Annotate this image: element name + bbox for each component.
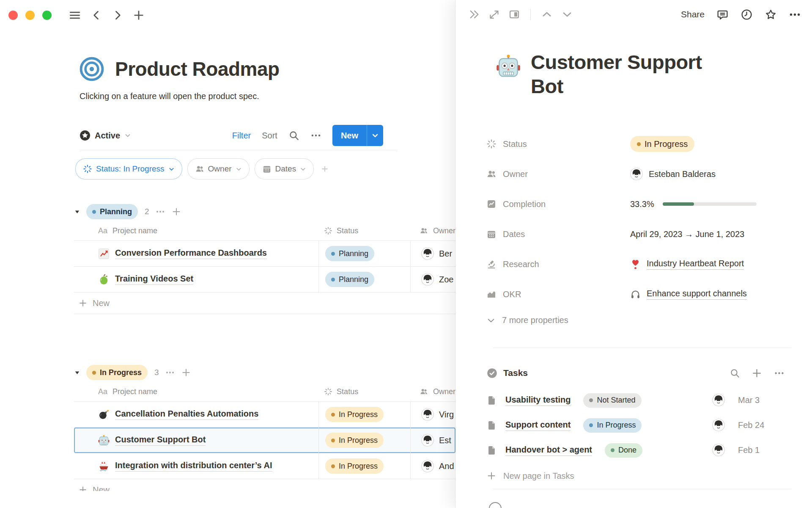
property-dates-label[interactable]: Dates: [486, 229, 630, 239]
sort-button[interactable]: Sort: [262, 131, 277, 141]
share-button[interactable]: Share: [681, 9, 705, 19]
new-tab-icon[interactable]: [133, 9, 145, 21]
more-options-icon[interactable]: [789, 8, 801, 21]
task-page-link[interactable]: Handover bot > agent: [505, 445, 592, 456]
task-status-pill[interactable]: In Progress: [583, 418, 642, 433]
app-window: Product Roadmap Clicking on a feature wi…: [0, 0, 812, 508]
filter-chip-dates[interactable]: Dates: [255, 158, 314, 179]
history-clock-icon[interactable]: [741, 8, 753, 21]
view-switcher-label: Active: [95, 131, 120, 141]
view-switcher[interactable]: Active: [80, 130, 131, 141]
table-row[interactable]: Training Videos Set Planning Zoe: [74, 267, 455, 293]
group-more-icon[interactable]: [155, 207, 165, 217]
close-peek-icon[interactable]: [468, 8, 480, 20]
new-row-button[interactable]: New: [74, 293, 455, 314]
next-page-icon[interactable]: [561, 8, 573, 20]
previous-page-icon[interactable]: [541, 8, 553, 20]
task-status-pill[interactable]: Done: [605, 443, 642, 458]
filter-chip-status[interactable]: Status: In Progress: [75, 158, 182, 179]
new-button[interactable]: New: [332, 125, 383, 146]
project-page-link[interactable]: Cancellation Penalties Automations: [115, 409, 258, 420]
owner-column-header[interactable]: Owner: [433, 226, 455, 235]
forward-icon[interactable]: [112, 9, 123, 21]
side-peek-mode-icon[interactable]: [508, 8, 520, 20]
dates-value[interactable]: April 29, 2023 → June 1, 2023: [630, 229, 744, 239]
chart-square-icon: [486, 199, 497, 209]
task-status-pill[interactable]: Not Started: [583, 393, 641, 408]
name-column-header[interactable]: Project name: [112, 226, 157, 235]
status-column-header[interactable]: Status: [337, 387, 358, 396]
status-pill[interactable]: Planning: [325, 272, 374, 287]
table-row[interactable]: Cancellation Penalties Automations In Pr…: [74, 402, 455, 428]
add-filter-icon[interactable]: [321, 165, 329, 173]
more-options-icon[interactable]: [310, 130, 321, 141]
project-page-link[interactable]: Conversion Performance Dashboards: [115, 248, 267, 259]
sidebar-menu-icon[interactable]: [69, 9, 81, 22]
status-pill[interactable]: In Progress: [325, 407, 384, 422]
group-planning-pill[interactable]: Planning: [86, 204, 138, 219]
table-row-selected[interactable]: Customer Support Bot In Progress Est: [74, 428, 455, 453]
add-task-icon[interactable]: [751, 367, 763, 379]
status-column-header[interactable]: Status: [337, 226, 358, 235]
status-pill[interactable]: In Progress: [325, 458, 384, 474]
status-pill[interactable]: In Progress: [630, 136, 694, 152]
status-dot: [611, 448, 614, 452]
comments-icon[interactable]: [716, 8, 729, 21]
name-column-header[interactable]: Project name: [112, 387, 157, 396]
table-row[interactable]: Integration with distribution center’s A…: [74, 453, 455, 479]
search-icon[interactable]: [730, 368, 740, 378]
window-close-button[interactable]: [8, 11, 18, 20]
section-divider: [493, 489, 791, 489]
tasks-section-title[interactable]: Tasks: [503, 368, 528, 378]
heart-exclamation-icon: [630, 259, 641, 270]
owner-value[interactable]: Esteban Balderas: [630, 168, 716, 180]
group-more-icon[interactable]: [165, 367, 175, 378]
favorite-star-icon[interactable]: [765, 8, 777, 21]
window-zoom-button[interactable]: [42, 11, 52, 20]
table-header: Aa Project name Status Owner: [74, 221, 455, 241]
window-minimize-button[interactable]: [25, 11, 35, 20]
more-options-icon[interactable]: [774, 367, 785, 379]
property-research: Research Industry Heartbeat Report: [486, 255, 801, 273]
task-row[interactable]: Support content In Progress Feb 24: [486, 413, 795, 438]
project-page-link[interactable]: Customer Support Bot: [115, 435, 206, 446]
robot-page-icon[interactable]: [496, 54, 521, 79]
property-okr-label[interactable]: OKR: [486, 289, 630, 299]
search-icon[interactable]: [288, 130, 299, 141]
collapse-group-icon[interactable]: [74, 370, 80, 376]
task-row[interactable]: Handover bot > agent Done Feb 1: [486, 438, 795, 463]
collapse-group-icon[interactable]: [74, 209, 80, 215]
owner-column-header[interactable]: Owner: [433, 387, 455, 396]
section-divider: [493, 348, 791, 348]
property-status-label[interactable]: Status: [486, 139, 630, 149]
property-research-label[interactable]: Research: [486, 259, 630, 269]
task-page-link[interactable]: Usability testing: [505, 395, 571, 406]
status-pill[interactable]: In Progress: [325, 433, 384, 448]
group-in-progress-count: 3: [154, 368, 159, 377]
filter-chip-owner[interactable]: Owner: [187, 158, 250, 179]
task-due-date: Feb 24: [738, 420, 764, 430]
new-button-caret-icon[interactable]: [367, 132, 383, 139]
filter-button[interactable]: Filter: [232, 131, 251, 141]
group-in-progress-pill[interactable]: In Progress: [86, 365, 148, 380]
new-row-button[interactable]: New: [74, 479, 455, 491]
owner-name: Ber: [439, 249, 452, 259]
property-owner-label[interactable]: Owner: [486, 169, 630, 179]
research-page-link[interactable]: Industry Heartbeat Report: [647, 259, 744, 270]
expand-page-icon[interactable]: [488, 9, 500, 20]
status-pill[interactable]: Planning: [325, 246, 374, 261]
more-properties-button[interactable]: 7 more properties: [486, 315, 568, 325]
peek-page-header: Customer Support Bot: [496, 50, 738, 99]
table-row[interactable]: Conversion Performance Dashboards Planni…: [74, 241, 455, 267]
task-page-link[interactable]: Support content: [505, 420, 571, 431]
group-add-icon[interactable]: [171, 207, 181, 217]
project-page-link[interactable]: Integration with distribution center’s A…: [115, 461, 272, 472]
new-task-button[interactable]: New page in Tasks: [486, 467, 574, 485]
target-page-icon[interactable]: [80, 57, 104, 81]
okr-page-link[interactable]: Enhance support channels: [647, 289, 747, 300]
group-add-icon[interactable]: [181, 367, 191, 378]
project-page-link[interactable]: Training Videos Set: [115, 274, 193, 285]
back-icon[interactable]: [91, 9, 102, 21]
task-row[interactable]: Usability testing Not Started Mar 3: [486, 388, 795, 413]
property-completion-label[interactable]: Completion: [486, 199, 630, 209]
